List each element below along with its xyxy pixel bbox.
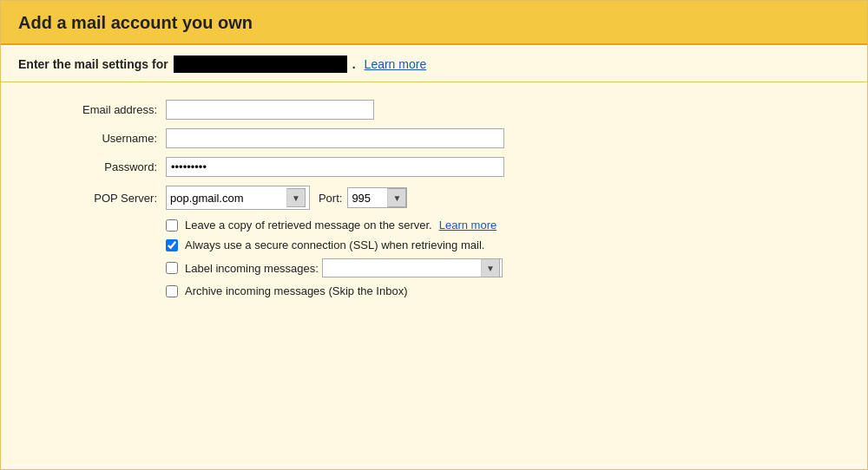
port-dropdown-button[interactable]: ▼ [387,188,406,207]
ssl-row: Always use a secure connection (SSL) whe… [166,238,841,251]
pop-server-dropdown-button[interactable]: ▼ [286,188,306,207]
port-label: Port: [319,192,342,205]
port-input-wrap: ▼ [347,187,407,208]
username-label: Username: [27,132,166,145]
checkboxes-area: Leave a copy of retrieved message on the… [166,219,841,297]
ssl-label: Always use a secure connection (SSL) whe… [185,238,484,251]
label-incoming-label: Label incoming messages: [185,262,319,275]
archive-checkbox[interactable] [166,285,178,297]
port-input[interactable] [348,190,387,206]
pop-server-label: POP Server: [27,192,166,205]
main-container: Add a mail account you own Enter the mai… [0,0,868,470]
leave-copy-label: Leave a copy of retrieved message on the… [185,219,432,232]
label-incoming-dropdown-wrap: ▼ [322,258,503,277]
username-row: Username: [27,128,841,148]
archive-row: Archive incoming messages (Skip the Inbo… [166,284,841,297]
label-incoming-row: Label incoming messages: ▼ [166,258,841,277]
chevron-down-icon: ▼ [486,264,495,273]
label-incoming-wrap: Label incoming messages: ▼ [185,258,503,277]
pop-server-input[interactable] [170,192,283,205]
email-row: Email address: [27,100,841,120]
username-input[interactable] [166,128,504,148]
password-input[interactable] [166,157,504,177]
ssl-checkbox[interactable] [166,239,178,251]
email-label: Email address: [27,103,166,116]
leave-copy-checkbox[interactable] [166,219,178,232]
archive-label: Archive incoming messages (Skip the Inbo… [185,284,408,297]
subtitle-bar: Enter the mail settings for . Learn more [1,45,867,82]
page-title: Add a mail account you own [18,13,850,33]
port-area: Port: ▼ [319,187,407,208]
chevron-down-icon: ▼ [392,193,401,203]
learn-more-link-copy[interactable]: Learn more [439,219,496,232]
chevron-down-icon: ▼ [292,193,300,203]
password-row: Password: [27,157,841,177]
learn-more-link-header[interactable]: Learn more [365,57,427,71]
label-incoming-checkbox[interactable] [166,262,178,274]
subtitle-prefix: Enter the mail settings for [18,57,168,71]
subtitle-period: . [352,57,356,71]
leave-copy-row: Leave a copy of retrieved message on the… [166,219,841,232]
title-bar: Add a mail account you own [1,1,867,45]
redacted-email [174,55,347,73]
form-area: Email address: Username: Password: POP S… [1,82,867,315]
email-input[interactable] [166,100,374,120]
pop-server-row: POP Server: ▼ Port: ▼ [27,186,841,210]
password-label: Password: [27,160,166,173]
pop-server-input-wrap: ▼ [166,186,310,210]
label-incoming-dropdown-button[interactable]: ▼ [481,258,500,277]
label-incoming-input[interactable] [325,262,481,275]
